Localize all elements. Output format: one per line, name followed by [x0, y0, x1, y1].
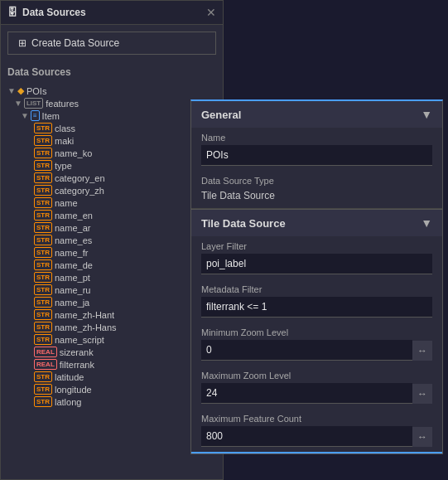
name-es-label: name_es [55, 235, 92, 245]
item-chevron: ▼ [21, 111, 29, 120]
name-zh-hant-label: name_zh-Hant [55, 310, 114, 320]
name-ru-badge: STR [34, 284, 52, 295]
tree-item-name-de[interactable]: STR name_de [1, 259, 223, 271]
name-script-label: name_script [55, 335, 104, 345]
filterrank-label: filterrank [60, 360, 94, 370]
name-de-label: name_de [55, 260, 93, 270]
latlong-badge: STR [34, 396, 52, 407]
sizerank-label: sizerank [60, 347, 94, 357]
class-badge: STR [34, 123, 52, 133]
layer-filter-input[interactable] [201, 254, 432, 274]
tree-item-name-ar[interactable]: STR name_ar [1, 221, 223, 234]
tile-title: Tile Data Source [201, 217, 286, 230]
max-zoom-group: Maximum Zoom Level ↔ [191, 366, 442, 409]
name-input[interactable] [201, 145, 432, 166]
item-badge: ≡ [31, 110, 40, 121]
name-badge: STR [34, 197, 52, 208]
metadata-filter-group: Metadata Filter [191, 279, 442, 322]
tree-item-pois[interactable]: ▼ ◆ POIs [1, 85, 223, 97]
general-section-header[interactable]: General ▼ [191, 101, 442, 128]
tree-item-latlong[interactable]: STR latlong [1, 395, 223, 408]
longitude-badge: STR [34, 384, 52, 395]
tree-item-latitude[interactable]: STR latitude [1, 371, 223, 383]
tree-item-category-zh[interactable]: STR category_zh [1, 184, 223, 196]
create-icon: ⊞ [18, 37, 26, 49]
name-en-label: name_en [55, 211, 93, 221]
max-feature-label: Maximum Feature Count [201, 414, 432, 424]
layer-filter-group: Layer Filter [191, 236, 442, 279]
class-label: class [55, 124, 75, 133]
tree-item-item[interactable]: ▼ ≡ Item [1, 109, 223, 122]
type-badge: STR [34, 160, 52, 171]
name-ja-label: name_ja [55, 298, 89, 308]
close-button[interactable]: ✕ [206, 6, 216, 19]
tree-item-class[interactable]: STR class [1, 122, 223, 134]
min-zoom-expand-button[interactable]: ↔ [412, 341, 432, 361]
name-fr-badge: STR [34, 247, 52, 258]
tile-section-header[interactable]: Tile Data Source ▼ [191, 209, 442, 236]
tree-item-sizerank[interactable]: REAL sizerank [1, 346, 223, 358]
tree-item-type[interactable]: STR type [1, 159, 223, 172]
max-zoom-label: Maximum Zoom Level [201, 371, 432, 381]
metadata-filter-input[interactable] [201, 297, 432, 318]
tree-container: ▼ ◆ POIs ▼ LIST features ▼ ≡ Item STR cl… [1, 81, 223, 479]
name-es-badge: STR [34, 235, 52, 245]
tree-item-name-ja[interactable]: STR name_ja [1, 296, 223, 308]
general-chevron: ▼ [421, 108, 432, 121]
name-fr-label: name_fr [55, 248, 88, 258]
tree-item-name-zh-hans[interactable]: STR name_zh-Hans [1, 321, 223, 333]
latitude-badge: STR [34, 371, 52, 382]
datasource-type-value: Tile Data Source [201, 188, 432, 203]
max-feature-input[interactable] [201, 426, 412, 447]
category-en-label: category_en [55, 173, 105, 183]
features-badge: LIST [24, 98, 43, 109]
sizerank-badge: REAL [34, 347, 57, 357]
maki-label: maki [55, 136, 74, 146]
tree-item-features[interactable]: ▼ LIST features [1, 97, 223, 109]
tree-item-name[interactable]: STR name [1, 196, 223, 209]
category-zh-label: category_zh [55, 186, 104, 196]
pois-label: POIs [26, 86, 46, 96]
datasource-type-group: Data Source Type Tile Data Source [191, 171, 442, 208]
longitude-label: longitude [55, 385, 92, 395]
filterrank-badge: REAL [34, 359, 57, 370]
min-zoom-label: Minimum Zoom Level [201, 327, 432, 337]
latlong-label: latlong [55, 397, 81, 407]
name-field-label: Name [201, 133, 432, 143]
tree-item-name-pt[interactable]: STR name_pt [1, 271, 223, 284]
database-icon: 🗄 [7, 7, 17, 18]
name-pt-label: name_pt [55, 273, 90, 283]
create-label: Create Data Source [31, 37, 119, 49]
general-title: General [201, 109, 241, 121]
name-ko-badge: STR [34, 148, 52, 158]
tree-item-longitude[interactable]: STR longitude [1, 383, 223, 395]
name-en-badge: STR [34, 210, 52, 221]
tree-item-name-en[interactable]: STR name_en [1, 209, 223, 221]
tree-item-name-ko[interactable]: STR name_ko [1, 147, 223, 159]
latitude-label: latitude [55, 372, 84, 382]
category-en-badge: STR [34, 172, 52, 183]
tree-item-maki[interactable]: STR maki [1, 134, 223, 147]
min-zoom-input[interactable] [201, 340, 412, 361]
tree-item-name-es[interactable]: STR name_es [1, 234, 223, 246]
features-label: features [46, 99, 79, 109]
tree-item-name-fr[interactable]: STR name_fr [1, 246, 223, 259]
max-zoom-input[interactable] [201, 383, 412, 404]
tree-item-name-ru[interactable]: STR name_ru [1, 284, 223, 296]
tree-item-name-script[interactable]: STR name_script [1, 333, 223, 346]
create-datasource-button[interactable]: ⊞ Create Data Source [7, 32, 216, 55]
tree-item-category-en[interactable]: STR category_en [1, 172, 223, 184]
max-zoom-expand-button[interactable]: ↔ [412, 384, 432, 404]
name-ar-badge: STR [34, 222, 52, 233]
name-zh-hans-badge: STR [34, 322, 52, 332]
max-zoom-input-row: ↔ [201, 383, 432, 404]
tree-item-filterrank[interactable]: REAL filterrank [1, 358, 223, 371]
max-feature-expand-button[interactable]: ↔ [412, 427, 432, 447]
tree-item-name-zh-hant[interactable]: STR name_zh-Hant [1, 308, 223, 321]
max-feature-input-row: ↔ [201, 426, 432, 447]
name-script-badge: STR [34, 334, 52, 345]
panel-title: 🗄 Data Sources [7, 7, 86, 18]
min-zoom-group: Minimum Zoom Level ↔ [191, 322, 442, 366]
datasource-type-label: Data Source Type [201, 176, 432, 186]
name-label: name [55, 198, 78, 208]
